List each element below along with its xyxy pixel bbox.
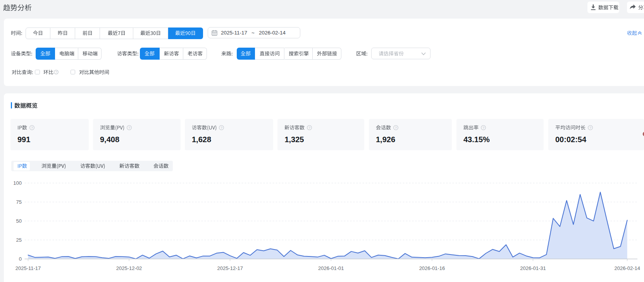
svg-text:75: 75 [16, 199, 22, 205]
svg-text:2026-01-16: 2026-01-16 [419, 265, 445, 271]
svg-text:0: 0 [19, 256, 22, 262]
svg-text:2025-12-02: 2025-12-02 [116, 265, 142, 271]
svg-text:2025-11-17: 2025-11-17 [15, 265, 41, 271]
svg-text:100: 100 [13, 180, 22, 186]
svg-text:2025-12-17: 2025-12-17 [217, 265, 243, 271]
svg-text:2026-02-14: 2026-02-14 [614, 265, 640, 271]
svg-text:2026-01-01: 2026-01-01 [318, 265, 344, 271]
svg-text:50: 50 [16, 218, 22, 224]
svg-text:25: 25 [16, 237, 22, 243]
svg-text:2026-01-31: 2026-01-31 [520, 265, 546, 271]
